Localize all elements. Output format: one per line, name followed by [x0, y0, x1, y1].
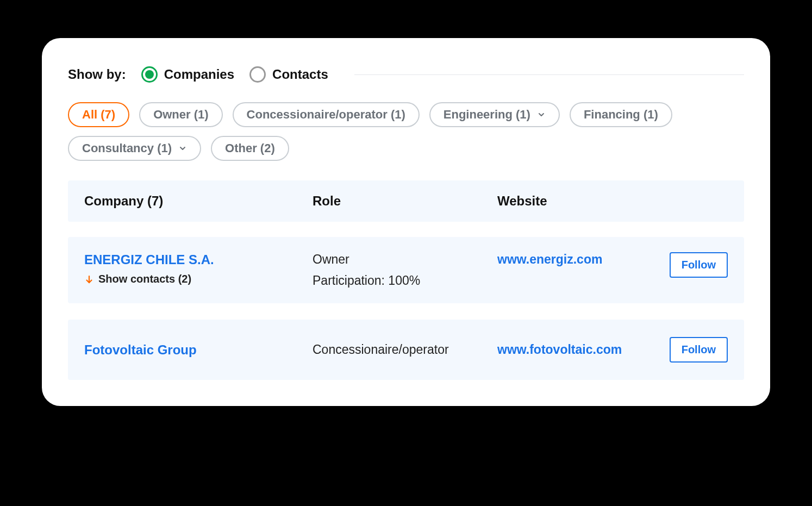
th-company: Company (7) [84, 193, 313, 209]
radio-companies-label: Companies [164, 67, 234, 82]
follow-button[interactable]: Follow [670, 252, 728, 278]
filter-owner[interactable]: Owner (1) [139, 102, 222, 127]
arrow-down-icon [84, 274, 94, 284]
role-text: Owner [313, 252, 497, 267]
radio-companies[interactable]: Companies [141, 66, 234, 83]
company-link[interactable]: Fotovoltaic Group [84, 342, 313, 358]
table-header: Company (7) Role Website [68, 180, 744, 222]
cell-company: ENERGIZ CHILE S.A. Show contacts (2) [84, 252, 313, 286]
filter-engineering-label: Engineering (1) [444, 109, 530, 121]
radio-inner-dot [145, 70, 154, 79]
filter-concessionaire[interactable]: Concessionaire/operator (1) [233, 102, 420, 127]
table-body: ENERGIZ CHILE S.A. Show contacts (2) Own… [68, 237, 744, 380]
table-row: ENERGIZ CHILE S.A. Show contacts (2) Own… [68, 237, 744, 303]
company-link[interactable]: ENERGIZ CHILE S.A. [84, 252, 313, 267]
show-by-row: Show by: Companies Contacts [68, 66, 744, 83]
show-contacts-toggle[interactable]: Show contacts (2) [84, 273, 191, 285]
cell-website: www.fotovoltaic.com [497, 342, 641, 357]
role-sub: Participation: 100% [313, 273, 497, 288]
chevron-down-icon [178, 144, 187, 153]
th-website: Website [497, 193, 641, 209]
chevron-down-icon [537, 110, 546, 119]
follow-button[interactable]: Follow [670, 337, 728, 363]
website-link[interactable]: www.fotovoltaic.com [497, 342, 622, 357]
radio-icon-selected [141, 66, 158, 83]
table-row: Fotovoltaic Group Concessionaire/operato… [68, 320, 744, 380]
filter-all[interactable]: All (7) [68, 102, 129, 127]
website-link[interactable]: www.energiz.com [497, 252, 602, 266]
show-contacts-label: Show contacts (2) [98, 273, 191, 285]
show-by-label: Show by: [68, 67, 126, 82]
th-role: Role [313, 193, 497, 209]
radio-contacts[interactable]: Contacts [249, 66, 328, 83]
content-card: Show by: Companies Contacts All (7) Owne… [42, 38, 770, 406]
filter-other[interactable]: Other (2) [211, 136, 289, 161]
filter-financing[interactable]: Financing (1) [570, 102, 672, 127]
filter-consultancy[interactable]: Consultancy (1) [68, 136, 201, 161]
cell-website: www.energiz.com [497, 252, 641, 267]
cell-role: Concessionaire/operator [313, 342, 497, 357]
header-divider [354, 74, 744, 75]
role-text: Concessionaire/operator [313, 342, 497, 357]
cell-role: Owner Participation: 100% [313, 252, 497, 288]
filter-engineering[interactable]: Engineering (1) [429, 102, 560, 127]
radio-contacts-label: Contacts [272, 67, 328, 82]
cell-company: Fotovoltaic Group [84, 342, 313, 358]
filter-pills: All (7) Owner (1) Concessionaire/operato… [68, 102, 744, 161]
radio-icon-unselected [249, 66, 266, 83]
filter-consultancy-label: Consultancy (1) [82, 142, 172, 154]
